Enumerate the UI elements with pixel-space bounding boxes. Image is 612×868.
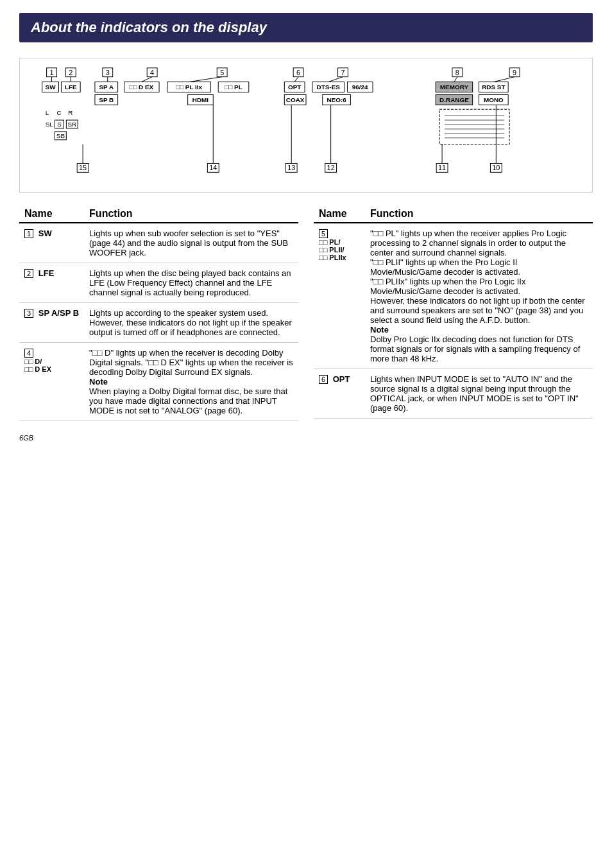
table-row: 4 □□ D/ □□ D EX "□□ D" lights up when th… xyxy=(19,343,298,421)
table-row: 6 OPT Lights when INPUT MODE is set to "… xyxy=(314,369,593,419)
row-name: 4 □□ D/ □□ D EX xyxy=(19,343,84,421)
right-table-section: Name Function 5 □□ PL/ □□ PLII/ □□ PLIIx… xyxy=(314,205,593,419)
svg-text:SR: SR xyxy=(67,121,76,128)
page-title: About the indicators on the display xyxy=(31,19,581,36)
svg-text:MONO: MONO xyxy=(484,96,504,103)
svg-text:□□ PL: □□ PL xyxy=(225,83,242,91)
row-function: Lights up according to the speaker syste… xyxy=(84,303,298,343)
svg-text:1: 1 xyxy=(50,69,54,76)
svg-text:S: S xyxy=(57,121,62,128)
svg-text:D.RANGE: D.RANGE xyxy=(439,96,469,103)
svg-text:SB: SB xyxy=(56,132,65,139)
page-suffix: GB xyxy=(23,434,33,442)
svg-text:11: 11 xyxy=(438,164,446,171)
svg-text:HDMI: HDMI xyxy=(192,96,209,103)
table-row: 1 SW Lights up when sub woofer selection… xyxy=(19,223,298,263)
left-table: Name Function 1 SW Lights up when sub wo… xyxy=(19,205,298,421)
row-name: 6 OPT xyxy=(314,369,365,419)
page-footer: 6GB xyxy=(19,434,593,442)
svg-text:96/24: 96/24 xyxy=(352,83,368,91)
svg-text:10: 10 xyxy=(492,164,500,171)
svg-text:□□ PL IIx: □□ PL IIx xyxy=(176,83,202,91)
svg-text:2: 2 xyxy=(69,69,72,76)
row-num: 5 xyxy=(319,229,328,238)
row-num: 2 xyxy=(24,269,33,278)
row-num: 6 xyxy=(319,375,328,384)
svg-text:13: 13 xyxy=(287,164,295,171)
left-col1-header: Name xyxy=(19,205,84,223)
svg-line-88 xyxy=(454,77,457,82)
svg-text:SW: SW xyxy=(46,83,56,91)
svg-line-85 xyxy=(189,77,223,82)
diagram-svg: 1 2 3 4 5 6 7 8 9 SW LFE SP A xyxy=(20,58,592,192)
svg-text:R: R xyxy=(68,109,72,116)
row-function: Lights up when the disc being played bac… xyxy=(84,263,298,303)
svg-text:COAX: COAX xyxy=(286,96,305,103)
svg-text:7: 7 xyxy=(341,69,344,76)
row-name: 2 LFE xyxy=(19,263,84,303)
svg-line-86 xyxy=(294,77,298,82)
svg-line-84 xyxy=(141,77,152,82)
indicator-diagram: 1 2 3 4 5 6 7 8 9 SW LFE SP A xyxy=(19,58,593,193)
tables-container: Name Function 1 SW Lights up when sub wo… xyxy=(19,205,593,421)
svg-text:C: C xyxy=(56,109,61,116)
row-name: 1 SW xyxy=(19,223,84,263)
right-col2-header: Function xyxy=(365,205,593,223)
row-name: 5 □□ PL/ □□ PLII/ □□ PLIIx xyxy=(314,223,365,369)
row-num: 1 xyxy=(24,229,33,238)
row-function: "□□ D" lights up when the receiver is de… xyxy=(84,343,298,421)
svg-text:DTS-ES: DTS-ES xyxy=(317,83,341,91)
left-table-section: Name Function 1 SW Lights up when sub wo… xyxy=(19,205,298,421)
svg-text:LFE: LFE xyxy=(65,83,77,91)
svg-text:□□ D EX: □□ D EX xyxy=(129,83,153,91)
row-function: Lights when INPUT MODE is set to "AUTO I… xyxy=(365,369,593,419)
right-table: Name Function 5 □□ PL/ □□ PLII/ □□ PLIIx… xyxy=(314,205,593,419)
svg-text:6: 6 xyxy=(296,69,300,76)
svg-line-87 xyxy=(328,77,343,82)
svg-text:8: 8 xyxy=(455,69,459,76)
row-num: 4 xyxy=(24,349,33,358)
table-row: 2 LFE Lights up when the disc being play… xyxy=(19,263,298,303)
row-function: "□□ PL" lights up when the receiver appl… xyxy=(365,223,593,369)
svg-text:14: 14 xyxy=(209,164,217,171)
svg-text:SL: SL xyxy=(46,121,54,128)
svg-text:12: 12 xyxy=(327,164,335,171)
svg-text:SP B: SP B xyxy=(99,96,114,103)
svg-text:15: 15 xyxy=(79,164,87,171)
svg-text:L: L xyxy=(46,109,49,116)
svg-text:OPT: OPT xyxy=(288,83,301,91)
svg-line-89 xyxy=(493,77,514,82)
right-col1-header: Name xyxy=(314,205,365,223)
svg-text:9: 9 xyxy=(513,69,516,76)
table-row: 3 SP A/SP B Lights up according to the s… xyxy=(19,303,298,343)
row-num: 3 xyxy=(24,309,33,318)
left-col2-header: Function xyxy=(84,205,298,223)
svg-text:NEO:6: NEO:6 xyxy=(327,96,346,103)
table-row: 5 □□ PL/ □□ PLII/ □□ PLIIx "□□ PL" light… xyxy=(314,223,593,369)
svg-text:4: 4 xyxy=(150,69,154,76)
svg-text:5: 5 xyxy=(220,69,224,76)
svg-rect-62 xyxy=(439,109,509,144)
row-function: Lights up when sub woofer selection is s… xyxy=(84,223,298,263)
svg-text:SP A: SP A xyxy=(99,83,114,91)
row-name: 3 SP A/SP B xyxy=(19,303,84,343)
svg-text:MEMORY: MEMORY xyxy=(440,83,469,91)
svg-text:RDS ST: RDS ST xyxy=(482,83,505,91)
page-header: About the indicators on the display xyxy=(19,13,593,42)
svg-text:3: 3 xyxy=(106,69,110,76)
